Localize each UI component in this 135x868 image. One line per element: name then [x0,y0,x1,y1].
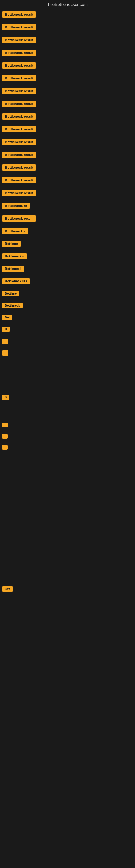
list-item: Bottlene [2,238,135,251]
bottleneck-badge[interactable]: Bottleneck re [2,203,30,209]
bottleneck-badge[interactable]: Bot [2,315,12,320]
gap-spacer [2,519,135,551]
list-item: Bottleneck result [2,60,135,72]
list-item: Bottlene [2,288,135,300]
list-item: Bottleneck res [2,276,135,288]
bottleneck-badge[interactable] [2,350,8,355]
bottleneck-badge[interactable]: Bottleneck result [2,152,36,158]
bottleneck-badge[interactable]: Bott [2,586,13,592]
list-item: Bottleneck [2,300,135,312]
bottleneck-badge[interactable]: Bottleneck result [2,24,36,30]
gap-spacer [2,725,135,758]
gap-spacer [2,660,135,693]
gap-spacer [2,595,135,628]
gap-spacer [2,693,135,725]
gap-spacer [2,404,135,420]
bottleneck-badge[interactable]: Bottleneck n [2,253,27,259]
list-item: Bottleneck result [2,213,135,225]
bottleneck-badge[interactable]: Bottleneck res [2,278,30,284]
list-item [2,336,135,348]
list-item: Bottleneck result [2,162,135,175]
bottleneck-badge[interactable]: Bottlene [2,291,19,296]
list-item: Bottleneck result [2,123,135,136]
bottleneck-badge[interactable] [2,434,8,439]
bottleneck-badge[interactable] [2,423,8,428]
list-item: Bottleneck result [2,72,135,85]
list-item: Bottleneck result [2,98,135,111]
list-item: Bottleneck result [2,187,135,200]
list-item: Bottleneck result [2,85,135,98]
bottleneck-badge[interactable]: Bottleneck result [2,62,36,69]
bottleneck-badge[interactable]: Bottleneck result [2,190,36,196]
list-item: Bottleneck result [2,22,135,34]
bottleneck-badge[interactable]: Bottleneck result [2,11,36,18]
list-item: Bottleneck result [2,149,135,162]
bottleneck-badge[interactable]: Bottleneck result [2,88,36,94]
list-item: Bottleneck result [2,47,135,60]
bottleneck-badge[interactable]: Bottleneck result [2,75,36,82]
list-item: Bottleneck re [2,200,135,213]
bottleneck-badge[interactable]: Bottleneck result [2,164,36,170]
list-item: Bottleneck n [2,251,135,263]
bottleneck-badge[interactable]: Bottleneck [2,303,23,308]
gap-spacer [2,486,135,519]
bottleneck-badge[interactable]: Bottleneck r [2,228,28,235]
list-item: Bottleneck r [2,225,135,238]
list-item [2,431,135,442]
list-item [2,442,135,454]
list-item: Bottleneck result [2,9,135,22]
bottleneck-badge[interactable]: B [2,395,9,400]
list-item: Bottleneck result [2,136,135,149]
gap-spacer [2,360,135,392]
bottleneck-badge[interactable] [2,445,8,450]
list-item: B [2,324,135,336]
list-item: Bott [2,584,135,595]
list-item: Bottleneck result [2,111,135,123]
gap-spacer [2,454,135,486]
gap-spacer [2,551,135,584]
list-item: B [2,392,135,404]
list-item: Bottleneck result [2,34,135,47]
bottleneck-badge[interactable]: Bottleneck result [2,37,36,43]
site-title: TheBottlenecker.com [0,0,135,8]
bottleneck-badge[interactable]: B [2,327,10,332]
bottleneck-badge[interactable] [2,339,8,344]
gap-spacer [2,628,135,660]
bottleneck-badge[interactable]: Bottleneck result [2,177,36,183]
bottleneck-badge[interactable]: Bottleneck result [2,50,36,56]
bottleneck-badge[interactable]: Bottleneck [2,266,24,272]
items-container: Bottleneck result Bottleneck result Bott… [0,8,135,758]
bottleneck-badge[interactable]: Bottleneck result [2,113,36,120]
list-item: Bottleneck result [2,175,135,187]
list-item [2,420,135,431]
list-item [2,348,135,360]
bottleneck-badge[interactable]: Bottlene [2,241,20,247]
bottleneck-badge[interactable]: Bottleneck result [2,101,36,107]
bottleneck-badge[interactable]: Bottleneck result [2,126,36,132]
bottleneck-badge[interactable]: Bottleneck result [2,215,36,222]
list-item: Bot [2,312,135,324]
list-item: Bottleneck [2,263,135,276]
bottleneck-badge[interactable]: Bottleneck result [2,139,36,145]
